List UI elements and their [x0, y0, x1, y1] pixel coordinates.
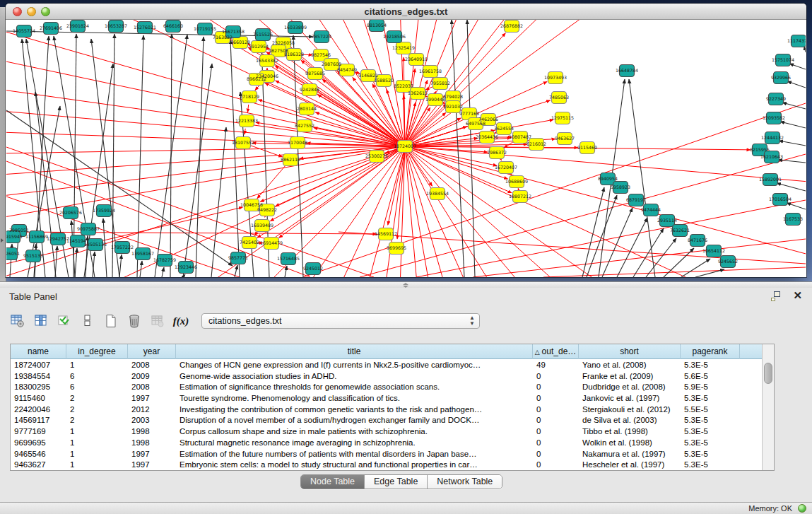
- table-row[interactable]: 977716911998Corpus callosum shape and si…: [11, 426, 762, 438]
- graph-node-label: 1170048: [288, 140, 307, 145]
- graph-node-label: 16782759: [153, 257, 176, 262]
- table-row[interactable]: 911546021997Tourette syndrome. Phenomeno…: [11, 393, 762, 404]
- cell-pagerank: 5.5E-5: [681, 404, 740, 416]
- tab-node-table[interactable]: Node Table: [301, 475, 365, 489]
- cell-short: Hescheler et al. (1997): [579, 460, 681, 471]
- split-divider[interactable]: [0, 281, 812, 288]
- graph-node-label: 10688609: [505, 179, 528, 184]
- graph-node-label: 25300275: [365, 153, 388, 158]
- column-header-short[interactable]: short: [579, 344, 681, 359]
- graph-edge: [664, 248, 694, 277]
- close-panel-icon[interactable]: ✕: [793, 290, 802, 301]
- cell-in_degree: 1: [66, 449, 128, 460]
- table-panel-header: Table Panel ✕: [0, 288, 812, 306]
- graph-node-label: 1990448: [425, 97, 445, 102]
- graph-edge: [258, 100, 403, 146]
- cell-title: Changes of HCN gene expression and I(f) …: [176, 360, 533, 371]
- graph-node-label: 8966212: [247, 76, 266, 81]
- graph-node-label: 90975887: [77, 226, 100, 231]
- cell-pagerank: 5.3E-5: [681, 393, 740, 404]
- tab-network-table[interactable]: Network Table: [428, 475, 502, 489]
- new-document-icon[interactable]: [103, 313, 119, 329]
- graph-node-label: 7462066: [478, 117, 498, 122]
- cell-title: Estimation of significance thresholds fo…: [176, 382, 533, 393]
- table-row[interactable]: 946554611997Estimation of the future num…: [11, 449, 762, 460]
- row-height-icon[interactable]: [80, 313, 95, 329]
- function-builder-icon[interactable]: f(x): [173, 313, 189, 329]
- graph-node-label: 16033809: [284, 25, 307, 30]
- graph-node-label: 17359924: [93, 208, 115, 213]
- table-row[interactable]: 2242004622012Investigating the contribut…: [11, 404, 762, 416]
- column-header-name[interactable]: name: [11, 344, 66, 359]
- cell-out_degree: 0: [533, 426, 579, 438]
- graph-node-label: 8454749: [337, 67, 357, 72]
- graph-node-label: 11174377: [787, 38, 806, 43]
- cell-title: Investigating the contribution of common…: [176, 404, 533, 416]
- add-column-icon[interactable]: [33, 313, 49, 329]
- graph-node-label: 1362615: [408, 90, 428, 95]
- cell-out_degree: 0: [533, 449, 579, 460]
- cell-short: Yano et al. (2008): [579, 360, 681, 371]
- table-selector-dropdown[interactable]: citations_edges.txt ▲▼: [201, 313, 480, 329]
- column-header-in_degree[interactable]: in_degree: [66, 344, 128, 359]
- graph-edge: [629, 79, 655, 277]
- table-settings-icon[interactable]: [10, 313, 25, 329]
- scrollbar-thumb[interactable]: [764, 363, 772, 384]
- graph-node-label: 1588520: [374, 78, 394, 83]
- cell-short: Tibbo et al. (1998): [579, 426, 681, 438]
- graph-node-label: 9498222: [257, 207, 277, 212]
- split-handle-icon[interactable]: [402, 283, 409, 288]
- select-all-icon[interactable]: [57, 313, 72, 329]
- node-table: namein_degreeyeartitle△out_de…shortpager…: [10, 344, 775, 471]
- network-canvas[interactable]: 7163822866012859129542322605898275088186…: [6, 20, 806, 277]
- graph-node-label: 8471676: [688, 238, 707, 243]
- graph-node-label: 8813054: [367, 23, 387, 28]
- cell-pagerank: 5.3E-5: [681, 360, 740, 371]
- cell-year: 2009: [128, 371, 176, 382]
- graph-edge: [782, 103, 806, 109]
- window-titlebar[interactable]: citations_edges.txt: [6, 4, 806, 20]
- graph-edge: [405, 20, 775, 146]
- graph-edge: [780, 122, 806, 128]
- table-row[interactable]: 969969511998Structural magnetic resonanc…: [11, 438, 762, 449]
- graph-edge: [778, 160, 806, 163]
- graph-node-label: 9827546: [311, 52, 331, 57]
- tab-edge-table[interactable]: Edge Table: [365, 475, 428, 489]
- table-row[interactable]: 1456911722003Disruption of a novel membe…: [11, 415, 762, 426]
- graph-node-label: 8522037: [394, 83, 413, 88]
- column-header-title[interactable]: title: [176, 344, 533, 359]
- graph-node-label: 6216012: [526, 141, 546, 146]
- vertical-scrollbar[interactable]: [762, 344, 774, 470]
- float-panel-icon[interactable]: [771, 291, 782, 301]
- cell-year: 1997: [128, 393, 176, 404]
- delete-trash-icon[interactable]: [126, 313, 142, 329]
- graph-node-label: 14569117: [375, 231, 397, 236]
- graph-node-label: 26876882: [500, 23, 523, 28]
- graph-node-label: 17016504: [769, 197, 792, 201]
- cell-year: 2008: [128, 382, 176, 393]
- graph-edge: [787, 203, 806, 209]
- graph-edge: [6, 146, 405, 163]
- graph-node-label: 14055724: [13, 28, 35, 33]
- graph-edge: [245, 129, 245, 134]
- cell-out_degree: 0: [533, 460, 579, 471]
- column-header-pagerank[interactable]: pagerank: [681, 344, 740, 359]
- cell-year: 2012: [128, 404, 176, 416]
- cell-title: Estimation of the future numbers of pati…: [176, 449, 533, 460]
- column-header-out_degree[interactable]: △out_de…: [533, 344, 579, 359]
- table-row[interactable]: 1938455462009Genome-wide association stu…: [11, 371, 762, 382]
- table-row[interactable]: 1830029562008Estimation of significance …: [11, 382, 762, 393]
- table-row[interactable]: 946362711997Embryonic stem cells: a mode…: [11, 460, 762, 471]
- graph-node-label: 13958167: [131, 251, 154, 256]
- panel-collapse-arrow-icon[interactable]: [1, 238, 4, 243]
- graph-edge: [137, 35, 143, 277]
- cell-name: 22420046: [11, 404, 66, 416]
- column-header-year[interactable]: year: [128, 344, 176, 359]
- graph-node-label: 16961758: [419, 69, 442, 74]
- cell-pagerank: 5.3E-5: [681, 460, 740, 471]
- cell-in_degree: 2: [66, 393, 128, 404]
- table-toolbar: f(x): [10, 310, 189, 332]
- network-graph[interactable]: 7163822866012859129542322605898275088186…: [6, 20, 806, 277]
- cell-title: Disruption of a novel member of a sodium…: [176, 415, 533, 426]
- table-row[interactable]: 1872400712008Changes of HCN gene express…: [11, 360, 762, 371]
